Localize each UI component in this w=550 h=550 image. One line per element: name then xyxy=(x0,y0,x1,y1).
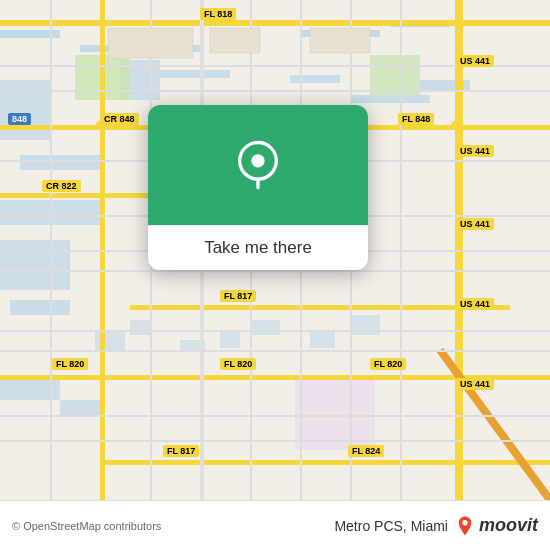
svg-rect-12 xyxy=(290,75,340,83)
svg-rect-18 xyxy=(130,320,150,335)
bottom-bar: © OpenStreetMap contributors Metro PCS, … xyxy=(0,500,550,550)
road-label-cr848: CR 848 xyxy=(100,113,139,125)
svg-rect-44 xyxy=(0,330,550,332)
road-label-cr822: CR 822 xyxy=(42,180,81,192)
location-pin-icon xyxy=(233,140,283,190)
svg-rect-17 xyxy=(95,330,125,350)
map-container: FL 818 US 441 848 CR 848 FL 848 US 441 C… xyxy=(0,0,550,500)
location-name: Metro PCS, Miami xyxy=(334,518,448,534)
road-label-fl818: FL 818 xyxy=(200,8,236,20)
svg-rect-20 xyxy=(220,330,240,348)
svg-rect-21 xyxy=(250,320,280,335)
svg-rect-6 xyxy=(20,155,100,170)
app-info: Metro PCS, Miami moovit xyxy=(334,515,538,537)
road-label-fl848: FL 848 xyxy=(398,113,434,125)
svg-rect-27 xyxy=(0,20,550,26)
road-label-fl820-right: FL 820 xyxy=(370,358,406,370)
svg-rect-54 xyxy=(108,28,193,58)
svg-rect-8 xyxy=(0,240,70,290)
road-label-fl820-mid: FL 820 xyxy=(220,358,256,370)
svg-rect-45 xyxy=(0,350,550,352)
svg-point-61 xyxy=(251,154,264,167)
popup-card[interactable]: Take me there xyxy=(148,105,368,270)
svg-rect-53 xyxy=(400,0,402,500)
attribution-text: © OpenStreetMap contributors xyxy=(12,520,161,532)
svg-rect-11 xyxy=(350,95,430,103)
moovit-pin-icon xyxy=(454,515,476,537)
road-label-us441-top: US 441 xyxy=(456,55,494,67)
svg-rect-46 xyxy=(0,415,550,417)
svg-rect-48 xyxy=(50,0,52,500)
svg-rect-47 xyxy=(0,440,550,442)
road-label-us441-bot: US 441 xyxy=(456,378,494,390)
moovit-logo: moovit xyxy=(454,515,538,537)
road-label-fl817-bot: FL 817 xyxy=(163,445,199,457)
svg-rect-5 xyxy=(0,80,50,140)
svg-point-59 xyxy=(451,121,459,129)
svg-rect-33 xyxy=(290,460,550,465)
road-label-us441-mid1: US 441 xyxy=(456,145,494,157)
road-label-fl824: FL 824 xyxy=(348,445,384,457)
svg-rect-14 xyxy=(160,70,230,78)
road-label-fl817-mid: FL 817 xyxy=(220,290,256,302)
svg-rect-9 xyxy=(10,300,70,315)
svg-rect-56 xyxy=(310,28,370,53)
svg-rect-16 xyxy=(60,400,100,415)
road-label-us441-mid3: US 441 xyxy=(456,298,494,310)
popup-label[interactable]: Take me there xyxy=(148,225,368,270)
road-label-fl820-left: FL 820 xyxy=(52,358,88,370)
svg-rect-25 xyxy=(370,55,420,95)
svg-rect-22 xyxy=(310,330,335,348)
svg-point-63 xyxy=(462,520,468,526)
popup-map-preview xyxy=(148,105,368,225)
svg-rect-30 xyxy=(130,305,510,310)
svg-rect-39 xyxy=(0,90,550,92)
moovit-text: moovit xyxy=(479,515,538,536)
road-label-848-left: 848 xyxy=(8,113,31,125)
road-label-us441-mid2: US 441 xyxy=(456,218,494,230)
svg-rect-43 xyxy=(0,270,550,272)
svg-rect-55 xyxy=(210,28,260,53)
